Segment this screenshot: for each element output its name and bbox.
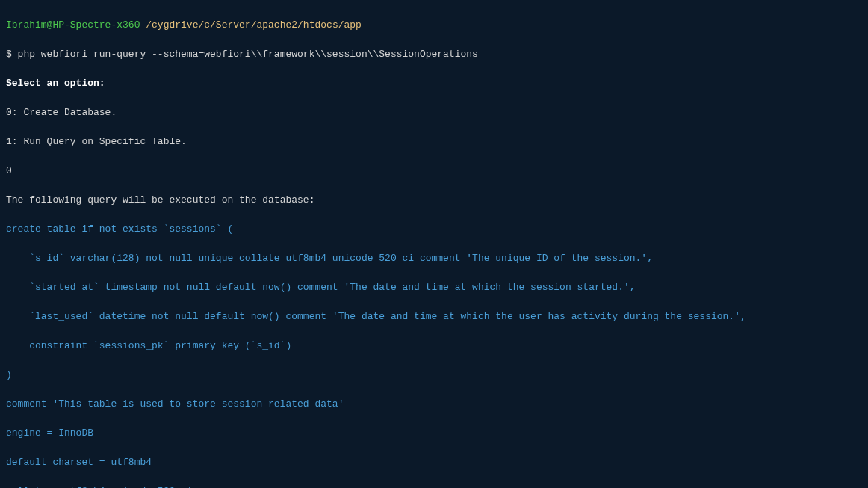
current-path: /cygdrive/c/Server/apache2/htdocs/app (146, 19, 362, 31)
option-1: 1: Run Query on Specific Table. (6, 135, 862, 149)
sql-line: `started_at` timestamp not null default … (6, 280, 862, 295)
user-host: Ibrahim@HP-Spectre-x360 (6, 19, 146, 31)
sql-line: collate = utf8mb4_unicode_520_ci; (6, 484, 862, 489)
terminal-output[interactable]: Ibrahim@HP-Spectre-x360 /cygdrive/c/Serv… (6, 3, 862, 488)
sql-line: engine = InnoDB (6, 426, 862, 441)
sql-line: comment 'This table is used to store ses… (6, 397, 862, 412)
sql-line: `last_used` datetime not null default no… (6, 309, 862, 324)
select-option-label: Select an option: (6, 76, 862, 91)
sql-line: constraint `sessions_pk` primary key (`s… (6, 339, 862, 353)
query-intro: The following query will be executed on … (6, 193, 862, 208)
sql-line: default charset = utf8mb4 (6, 455, 862, 470)
command-line: $ php webfiori run-query --schema=webfio… (6, 47, 862, 62)
sql-line: ) (6, 368, 862, 383)
user-input-0: 0 (6, 164, 862, 179)
sql-line: create table if not exists `sessions` ( (6, 222, 862, 237)
option-0: 0: Create Database. (6, 105, 862, 120)
sql-line: `s_id` varchar(128) not null unique coll… (6, 251, 862, 266)
prompt-line: Ibrahim@HP-Spectre-x360 /cygdrive/c/Serv… (6, 18, 862, 33)
